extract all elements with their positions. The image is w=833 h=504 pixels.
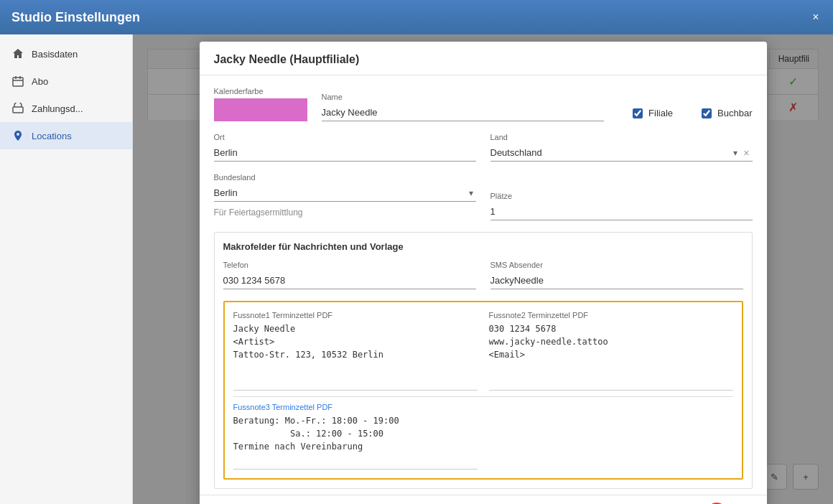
telefon-row: Telefon SMS Absender xyxy=(223,261,743,289)
sidebar-item-abo[interactable]: Abo xyxy=(0,67,132,95)
name-input[interactable] xyxy=(322,104,605,121)
fussnote2-label: Fussnote2 Terminzettel PDF xyxy=(489,311,733,319)
form-row-1: Kalenderfarbe Name Filiale xyxy=(214,87,753,121)
fussnote2-col: Fussnote2 Terminzettel PDF 030 1234 5678… xyxy=(489,311,733,391)
makro-section: Makrofelder für Nachrichten und Vorlage … xyxy=(214,232,753,489)
kalenderfarbe-label: Kalenderfarbe xyxy=(214,87,307,95)
fussnote2-textarea[interactable]: 030 1234 5678 www.jacky-needle.tattoo <E… xyxy=(489,322,733,391)
sidebar-item-zahlungsdaten[interactable]: Zahlungsd... xyxy=(0,95,132,122)
sidebar-item-abo-label: Abo xyxy=(32,76,48,87)
sidebar-item-locations-label: Locations xyxy=(32,131,72,141)
form-row-2: Ort Land ▾ × xyxy=(214,133,753,162)
land-input[interactable] xyxy=(490,144,731,161)
land-input-wrapper: ▾ × xyxy=(490,144,753,162)
modal-overlay: Jacky Needle (Hauptfiliale) Kalenderfarb… xyxy=(133,34,833,504)
modal-body: Kalenderfarbe Name Filiale xyxy=(200,75,767,495)
footnote-row-12: Fussnote1 Terminzettel PDF Jacky Needle … xyxy=(233,311,733,391)
sidebar-item-basisdaten[interactable]: Basisdaten xyxy=(0,40,132,67)
buchbar-group: Buchbar xyxy=(702,108,752,121)
main-content: Buchbar Hauptfili ✓ ✓ ✗ ✗ xyxy=(133,34,833,504)
bundesland-select[interactable]: Berlin Bayern Hamburg xyxy=(214,185,476,201)
land-label: Land xyxy=(490,133,753,141)
app-title: Studio Einstellungen xyxy=(11,10,140,25)
fussnote1-textarea[interactable]: Jacky Needle <Artist> Tattoo-Str. 123, 1… xyxy=(233,322,478,391)
kalenderfarbe-field: Kalenderfarbe xyxy=(214,87,307,121)
buchbar-checkbox-group: Buchbar xyxy=(702,108,752,121)
bundesland-select-wrapper: Berlin Bayern Hamburg ▾ xyxy=(214,185,476,202)
bank-icon xyxy=(11,102,24,115)
name-field: Name xyxy=(322,93,605,121)
fussnote3-textarea[interactable]: Beratung: Mo.-Fr.: 18:00 - 19:00 Sa.: 12… xyxy=(233,414,478,470)
app-header: Studio Einstellungen × xyxy=(0,0,833,34)
calendar-icon xyxy=(11,75,24,88)
telefon-input[interactable] xyxy=(223,272,476,289)
fussnote3-label: Fussnote3 Terminzettel PDF xyxy=(233,403,478,411)
land-field: Land ▾ × xyxy=(490,133,753,162)
sidebar: Basisdaten Abo xyxy=(0,34,133,504)
color-swatch[interactable] xyxy=(214,98,307,121)
ort-input[interactable] xyxy=(214,144,476,162)
telefon-field: Telefon xyxy=(223,261,476,289)
filiale-checkbox[interactable] xyxy=(633,108,643,118)
fussnote1-col: Fussnote1 Terminzettel PDF Jacky Needle … xyxy=(233,311,478,391)
buchbar-checkbox[interactable] xyxy=(702,108,712,118)
plaetze-field: Plätze xyxy=(490,192,753,220)
modal-footer: × ✓ xyxy=(200,495,767,504)
location-modal: Jacky Needle (Hauptfiliale) Kalenderfarb… xyxy=(200,42,767,504)
plaetze-input[interactable] xyxy=(490,203,753,220)
sidebar-item-zahlungsdaten-label: Zahlungsd... xyxy=(32,103,83,114)
bundesland-note: Für Feiertagsermittlung xyxy=(214,207,476,218)
home-icon xyxy=(11,47,24,60)
ort-label: Ort xyxy=(214,133,476,141)
footnote-container: Fussnote1 Terminzettel PDF Jacky Needle … xyxy=(223,301,743,480)
modal-header: Jacky Needle (Hauptfiliale) xyxy=(200,42,767,75)
sms-label: SMS Absender xyxy=(490,261,743,269)
footnote-row-3: Fussnote3 Terminzettel PDF Beratung: Mo.… xyxy=(233,403,733,470)
filiale-checkbox-group: Filiale xyxy=(633,108,673,121)
app-close-button[interactable]: × xyxy=(807,9,824,26)
plaetze-label: Plätze xyxy=(490,192,753,200)
fussnote3-col: Fussnote3 Terminzettel PDF Beratung: Mo.… xyxy=(233,403,478,470)
land-clear-button[interactable]: × xyxy=(740,147,752,159)
bundesland-field: Bundesland Berlin Bayern Hamburg ▾ xyxy=(214,173,476,220)
telefon-label: Telefon xyxy=(223,261,476,269)
buchbar-label: Buchbar xyxy=(717,108,752,118)
fussnote1-label: Fussnote1 Terminzettel PDF xyxy=(233,311,478,319)
name-label: Name xyxy=(322,93,605,101)
sms-input[interactable] xyxy=(490,272,743,289)
sidebar-item-locations[interactable]: Locations xyxy=(0,122,132,149)
chevron-down-icon: ▾ xyxy=(733,148,737,158)
footnote-divider xyxy=(233,396,733,397)
svg-rect-4 xyxy=(13,107,23,113)
sms-field: SMS Absender xyxy=(490,261,743,289)
ort-field: Ort xyxy=(214,133,476,162)
modal-title: Jacky Needle (Hauptfiliale) xyxy=(214,53,360,65)
filiale-label: Filiale xyxy=(648,108,673,118)
fussnote3-empty-col xyxy=(489,403,733,470)
pin-icon xyxy=(11,129,24,142)
makro-title: Makrofelder für Nachrichten und Vorlage xyxy=(223,241,743,252)
form-row-3: Bundesland Berlin Bayern Hamburg ▾ xyxy=(214,173,753,220)
bundesland-label: Bundesland xyxy=(214,173,476,182)
svg-rect-0 xyxy=(13,78,23,86)
filiale-group: Filiale xyxy=(633,108,673,121)
sidebar-item-basisdaten-label: Basisdaten xyxy=(32,49,78,60)
